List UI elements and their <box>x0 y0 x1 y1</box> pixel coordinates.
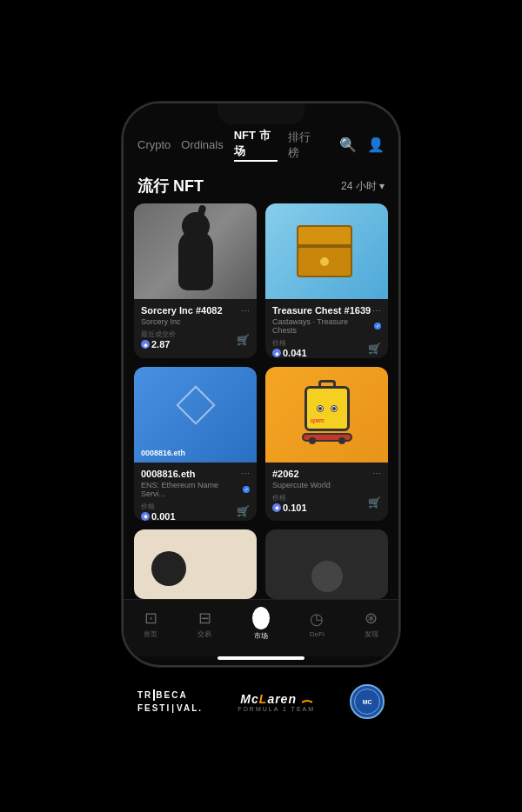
nft-name-supercute: #2062 <box>272 468 299 480</box>
price-label-ens: 价格 <box>141 502 176 511</box>
nav-defi[interactable]: ◷ DeFi <box>310 609 325 638</box>
verified-badge-ens: ✓ <box>243 486 250 493</box>
nft-image-ens: 0008816.eth <box>134 367 257 463</box>
price-supercute: 0.101 <box>283 503 307 513</box>
price-ens: 0.001 <box>151 511 176 521</box>
profile-icon[interactable]: 👤 <box>367 136 385 153</box>
nft-collection-ens: ENS: Ethereum Name Servi... ✓ <box>141 481 250 498</box>
price-label-treasure: 价格 <box>272 338 307 348</box>
nft-collection-supercute: Supercute World <box>272 481 381 489</box>
search-icon[interactable]: 🔍 <box>339 136 357 153</box>
menu-dots-supercute[interactable]: ⋯ <box>372 469 381 478</box>
nav-rankings[interactable]: 排行榜 <box>288 130 318 161</box>
cart-icon-sorcery[interactable]: 🛒 <box>237 334 250 346</box>
nav-home[interactable]: ⊡ 首页 <box>144 609 157 639</box>
price-sorcery: 2.87 <box>151 339 170 349</box>
trade-icon: ⊟ <box>198 609 211 628</box>
eth-icon-ens: ◈ <box>141 512 150 521</box>
eth-icon-supercute: ◈ <box>272 503 281 512</box>
nft-grid: Sorcery Inc #4082 ⋯ Sorcery Inc 最近成交价 ◈ … <box>124 203 398 599</box>
mclaren-sub: FORMULA 1 TEAM <box>238 706 315 712</box>
nav-ordinals[interactable]: Ordinals <box>181 138 223 151</box>
nav-market[interactable]: ◎ 市场 <box>252 607 270 641</box>
defi-icon: ◷ <box>310 609 324 629</box>
nft-name-sorcery: Sorcery Inc #4082 <box>141 304 223 316</box>
home-indicator <box>218 656 304 660</box>
eth-icon-treasure: ◈ <box>272 349 281 357</box>
nft-name-treasure: Treasure Chest #1639 <box>272 304 371 316</box>
nft-image-partial2 <box>265 529 388 599</box>
tribeca-logo: TR BECA FESTI|VAL. <box>137 689 203 715</box>
section-header: 流行 NFT 24 小时 ▾ <box>124 169 398 203</box>
brand-bar: TR BECA FESTI|VAL. McLaren FORMULA 1 TEA… <box>0 667 522 728</box>
nft-card-partial1[interactable] <box>134 529 257 599</box>
phone-wrapper: Crypto Ordinals NFT 市场 排行榜 🔍 👤 流行 NFT 24… <box>122 102 400 667</box>
nft-collection-sorcery: Sorcery Inc <box>141 317 250 326</box>
menu-dots-treasure[interactable]: ⋯ <box>372 306 381 316</box>
price-treasure: 0.041 <box>283 348 307 357</box>
price-label-supercute: 价格 <box>272 493 307 503</box>
time-filter[interactable]: 24 小时 ▾ <box>341 179 385 194</box>
home-icon: ⊡ <box>144 609 157 628</box>
cart-icon-supercute[interactable]: 🛒 <box>368 496 381 509</box>
market-label: 市场 <box>254 631 268 641</box>
nft-image-supercute: sperc <box>265 367 388 463</box>
nft-image-partial1 <box>134 529 257 599</box>
nft-card-ens[interactable]: 0008816.eth 0008816.eth ⋯ ENS: Ethereum … <box>134 367 257 522</box>
defi-label: DeFi <box>310 630 325 638</box>
phone-frame: Crypto Ordinals NFT 市场 排行榜 🔍 👤 流行 NFT 24… <box>122 102 400 667</box>
phone-notch <box>218 103 304 124</box>
menu-dots-ens[interactable]: ⋯ <box>241 469 250 478</box>
cart-icon-ens[interactable]: 🛒 <box>237 505 250 517</box>
nav-trade[interactable]: ⊟ 交易 <box>197 609 211 639</box>
nft-card-treasure[interactable]: Treasure Chest #1639 ⋯ Castaways · Treas… <box>265 203 388 358</box>
verified-badge-treasure: ✓ <box>374 323 381 329</box>
ens-label: 0008816.eth <box>141 449 185 457</box>
nav-crypto[interactable]: Crypto <box>137 138 171 151</box>
nft-image-sorcery <box>134 203 257 299</box>
home-label: 首页 <box>144 629 157 639</box>
trade-label: 交易 <box>197 629 211 639</box>
nft-image-treasure <box>265 203 388 299</box>
mclaren-logo: McLaren FORMULA 1 TEAM <box>238 692 315 712</box>
nft-name-ens: 0008816.eth <box>141 468 195 480</box>
discover-label: 发现 <box>365 629 378 639</box>
bottom-nav: ⊡ 首页 ⊟ 交易 ◎ 市场 ◷ DeFi ⊛ 发现 <box>124 599 398 656</box>
cart-icon-treasure[interactable]: 🛒 <box>368 343 381 355</box>
nft-collection-treasure: Castaways · Treasure Chests ✓ <box>272 317 381 335</box>
nav-nft-market[interactable]: NFT 市场 <box>234 128 278 162</box>
eth-icon-sorcery: ◈ <box>141 340 150 349</box>
nft-card-supercute[interactable]: sperc #2062 ⋯ Superc <box>265 367 388 522</box>
price-label-sorcery: 最近成交价 <box>141 329 176 339</box>
manchester-city-badge: MC <box>350 684 385 719</box>
nav-discover[interactable]: ⊛ 发现 <box>365 609 378 639</box>
phone-screen: Crypto Ordinals NFT 市场 排行榜 🔍 👤 流行 NFT 24… <box>124 103 398 665</box>
nft-card-sorcery[interactable]: Sorcery Inc #4082 ⋯ Sorcery Inc 最近成交价 ◈ … <box>134 203 257 358</box>
nft-card-partial2[interactable] <box>265 529 388 599</box>
menu-dots-sorcery[interactable]: ⋯ <box>241 306 250 316</box>
section-title: 流行 NFT <box>137 176 204 196</box>
discover-icon: ⊛ <box>365 609 378 628</box>
market-icon: ◎ <box>252 607 270 629</box>
